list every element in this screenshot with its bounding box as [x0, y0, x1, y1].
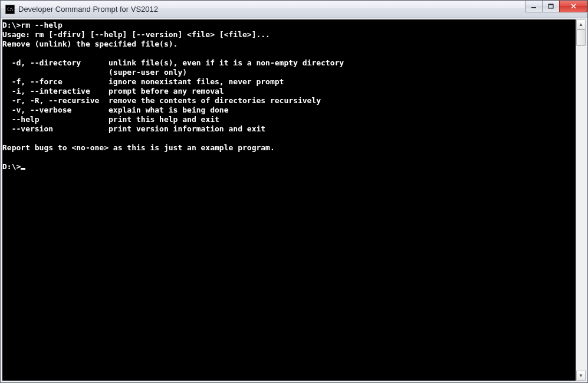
command-text: rm --help	[21, 21, 62, 29]
scroll-track[interactable]	[576, 29, 586, 371]
output-line: Remove (unlink) the specified file(s).	[2, 39, 576, 49]
prompt: D:\>	[2, 21, 21, 29]
output-line: -r, -R, --recursive remove the contents …	[2, 96, 576, 105]
output-line: Report bugs to <no-one> as this is just …	[2, 143, 576, 153]
output-line: -v, --verbose explain what is being done	[2, 105, 576, 115]
minimize-button[interactable]	[525, 1, 543, 12]
output-line	[2, 153, 576, 162]
output-line: (super-user only)	[2, 68, 576, 77]
app-window: C:\ Developer Command Prompt for VS2012 …	[0, 0, 588, 383]
output-line: -i, --interactive prompt before any remo…	[2, 87, 576, 96]
output-line: --help print this help and exit	[2, 115, 576, 124]
scroll-down-button[interactable]: ▼	[576, 371, 586, 381]
titlebar[interactable]: C:\ Developer Command Prompt for VS2012	[1, 1, 587, 18]
window-controls	[525, 1, 587, 12]
cursor	[21, 168, 25, 170]
svg-rect-0	[531, 7, 536, 8]
cmd-icon-label: C:\	[7, 7, 13, 12]
output-line: Usage: rm [-dfirv] [--help] [--version] …	[2, 30, 576, 39]
prompt: D:\>	[2, 162, 21, 171]
window-title: Developer Command Prompt for VS2012	[18, 5, 158, 14]
scroll-up-button[interactable]: ▲	[576, 19, 586, 29]
svg-rect-2	[548, 4, 553, 5]
close-button[interactable]	[559, 1, 587, 12]
output-line: -d, --directory unlink file(s), even if …	[2, 58, 576, 68]
output-line: -f, --force ignore nonexistant files, ne…	[2, 77, 576, 87]
scroll-thumb[interactable]	[576, 29, 586, 46]
client-area: D:\>rm --helpUsage: rm [-dfirv] [--help]…	[1, 18, 587, 382]
vertical-scrollbar[interactable]: ▲ ▼	[576, 19, 586, 381]
cmd-icon: C:\	[5, 5, 15, 14]
terminal[interactable]: D:\>rm --helpUsage: rm [-dfirv] [--help]…	[2, 19, 576, 381]
output-line	[2, 49, 576, 58]
output-line	[2, 134, 576, 143]
maximize-button[interactable]	[542, 1, 560, 12]
output-line: --version print version information and …	[2, 124, 576, 134]
